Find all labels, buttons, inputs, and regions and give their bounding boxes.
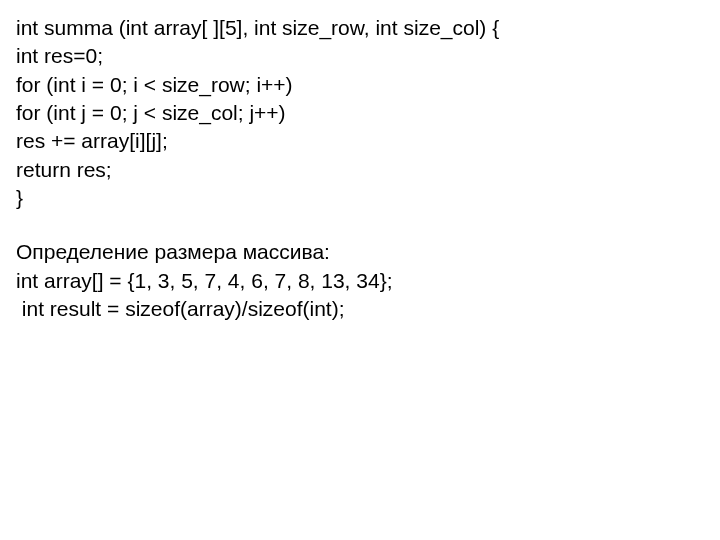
code-line: res += array[i][j];	[16, 127, 704, 155]
section-array-size: Определение размера массива: int array[]…	[16, 238, 704, 323]
code-block-function: int summa (int array[ ][5], int size_row…	[16, 14, 704, 212]
slide-content: int summa (int array[ ][5], int size_row…	[0, 0, 720, 540]
code-line: for (int i = 0; i < size_row; i++)	[16, 71, 704, 99]
section-heading: Определение размера массива:	[16, 238, 704, 266]
code-line: int result = sizeof(array)/sizeof(int);	[16, 295, 704, 323]
code-line: int res=0;	[16, 42, 704, 70]
code-line: int summa (int array[ ][5], int size_row…	[16, 14, 704, 42]
code-line: for (int j = 0; j < size_col; j++)	[16, 99, 704, 127]
code-line: return res;	[16, 156, 704, 184]
code-line: }	[16, 184, 704, 212]
code-line: int array[] = {1, 3, 5, 7, 4, 6, 7, 8, 1…	[16, 267, 704, 295]
